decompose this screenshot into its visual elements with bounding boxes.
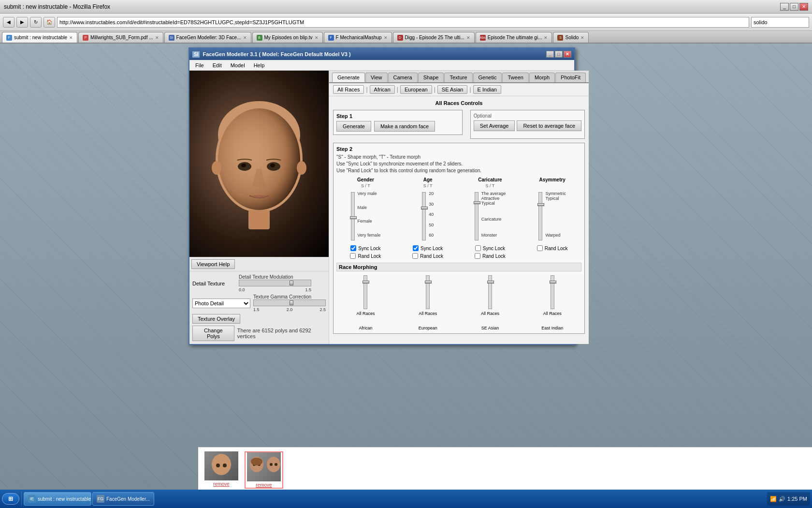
gamma-slider-thumb[interactable] [290, 300, 293, 305]
remove-link-2[interactable]: remove [256, 482, 272, 488]
detail-texture-row: Detail Texture Detail Texture Modulation… [192, 274, 326, 292]
race-morph-slider-0[interactable] [363, 275, 367, 309]
tab-7[interactable]: S Solido ✕ [553, 32, 589, 43]
home-button[interactable]: 🏠 [44, 17, 55, 28]
asymmetry-slider-track[interactable] [538, 192, 542, 240]
search-input[interactable] [751, 17, 809, 28]
race-tab-e-indian[interactable]: E Indian [473, 85, 501, 94]
remove-link-1[interactable]: remove [213, 481, 229, 487]
caricature-column: Caricature S / T The averageAttractiveTy… [461, 177, 520, 259]
race-tab-se-asian[interactable]: SE Asian [437, 85, 468, 94]
race-morph-thumb-1[interactable] [425, 281, 432, 284]
address-bar[interactable] [57, 17, 749, 28]
tab-close-7[interactable]: ✕ [580, 35, 584, 40]
tab-close-5[interactable]: ✕ [466, 35, 470, 40]
svg-point-19 [275, 463, 277, 466]
reset-average-button[interactable]: Reset to average face [517, 120, 581, 131]
race-tab-european[interactable]: European [400, 85, 432, 94]
minimize-button[interactable]: _ [780, 3, 789, 11]
facegen-right-panel: Generate View Camera Shape Texture Genet… [329, 71, 589, 344]
caricature-rand-lock-checkbox[interactable] [475, 253, 480, 259]
tab-close-6[interactable]: ✕ [544, 35, 548, 40]
tab-camera[interactable]: Camera [388, 73, 418, 82]
forward-button[interactable]: ▶ [16, 17, 28, 28]
close-button[interactable]: ✕ [799, 3, 808, 11]
menu-edit[interactable]: Edit [209, 61, 226, 69]
gamma-slider[interactable] [253, 299, 326, 306]
caricature-slider-track[interactable] [475, 192, 478, 240]
detail-texture-slider-thumb[interactable] [290, 281, 293, 285]
back-button[interactable]: ◀ [3, 17, 14, 28]
tab-morph[interactable]: Morph [529, 73, 555, 82]
facegen-window: SI FaceGen Modeller 3.1 ( Model: FaceGen… [188, 47, 575, 345]
menu-model[interactable]: Model [227, 61, 249, 69]
tab-generate[interactable]: Generate [332, 73, 365, 82]
menu-help[interactable]: Help [250, 61, 269, 69]
step2-info1: "S" - Shape morph, "T" - Texture morph [336, 154, 420, 160]
tab-6[interactable]: Abs Episode The ultimate gi... ✕ [476, 32, 552, 43]
asymmetry-slider-thumb[interactable] [537, 203, 544, 206]
reload-button[interactable]: ↻ [30, 17, 42, 28]
race-morph-slider-1[interactable] [426, 275, 430, 309]
race-morph-slider-2[interactable] [488, 275, 492, 309]
gender-rand-lock-checkbox[interactable] [350, 253, 356, 259]
caricature-sync-lock-checkbox[interactable] [475, 245, 481, 251]
age-slider-track[interactable] [422, 192, 426, 240]
facegen-maximize[interactable]: □ [555, 51, 563, 58]
viewport-help-button[interactable]: Viewport Help [191, 259, 235, 269]
texture-overlay-button[interactable]: Texture Overlay [192, 314, 240, 324]
age-slider-thumb[interactable] [421, 207, 428, 209]
race-sep-2: | [397, 86, 398, 93]
random-face-button[interactable]: Make a random face [374, 121, 435, 132]
race-tab-all[interactable]: All Races [333, 85, 364, 94]
detail-texture-select[interactable]: Photo Detail [192, 299, 250, 308]
facegen-minimize[interactable]: _ [546, 51, 554, 58]
maximize-button[interactable]: □ [790, 3, 798, 11]
race-morph-slider-3[interactable] [551, 275, 554, 309]
taskbar-item-1[interactable]: FG FaceGen Modeller... [92, 492, 154, 506]
tab-texture[interactable]: Texture [444, 73, 472, 82]
sliders-area: Gender S / T Very male Male F [336, 177, 581, 259]
tab-close-0[interactable]: ✕ [69, 35, 73, 40]
tab-close-3[interactable]: ✕ [315, 35, 319, 40]
detail-texture-select-row: Photo Detail Texture Gamma Correction 1.… [192, 294, 326, 312]
tab-1[interactable]: P Millwrights_SUB_Form.pdf ... ✕ [78, 32, 163, 43]
race-morph-thumb-3[interactable] [550, 281, 556, 284]
tab-5[interactable]: D Digg - Episode 25 The ulti... ✕ [393, 32, 475, 43]
age-subtitle: S / T [423, 183, 433, 188]
generate-button[interactable]: Generate [336, 121, 371, 132]
tab-genetic[interactable]: Genetic [473, 73, 502, 82]
browser-toolbar: ◀ ▶ ↻ 🏠 [0, 14, 812, 31]
set-average-button[interactable]: Set Average [474, 120, 515, 131]
tab-close-2[interactable]: ✕ [243, 35, 247, 40]
tab-0[interactable]: F submit : new instructable ✕ [2, 32, 77, 43]
tab-close-1[interactable]: ✕ [155, 35, 159, 40]
caricature-slider-thumb[interactable] [474, 201, 480, 204]
asymmetry-rand-lock-checkbox[interactable] [537, 245, 543, 251]
step1-area: Step 1 Generate Make a random face Optio… [333, 110, 585, 139]
gender-sync-lock-checkbox[interactable] [350, 245, 356, 251]
age-sync-lock-checkbox[interactable] [413, 245, 419, 251]
tab-2[interactable]: SI FaceGen Modeller: 3D Face... ✕ [164, 32, 251, 43]
gender-slider-track[interactable] [351, 192, 355, 240]
tab-shape[interactable]: Shape [418, 73, 444, 82]
race-morph-thumb-2[interactable] [487, 281, 494, 284]
facegen-close[interactable]: ✕ [564, 51, 571, 58]
tab-view[interactable]: View [365, 73, 388, 82]
race-tab-african[interactable]: African [370, 85, 395, 94]
age-rand-lock-checkbox[interactable] [412, 253, 418, 259]
gender-slider-thumb[interactable] [350, 216, 357, 219]
optional-box: Optional Set Average Reset to average fa… [470, 110, 585, 139]
tab-tween[interactable]: Tween [502, 73, 528, 82]
detail-texture-slider[interactable] [239, 280, 311, 286]
tab-3[interactable]: B My Episodes on blip.tv ✕ [252, 32, 323, 43]
tab-close-4[interactable]: ✕ [384, 35, 388, 40]
change-polys-button[interactable]: Change Polys [192, 326, 234, 341]
taskbar-item-0[interactable]: IE submit : new instructable [24, 492, 91, 506]
race-morph-thumb-0[interactable] [362, 281, 369, 284]
start-button[interactable]: ⊞ [2, 493, 19, 505]
menu-file[interactable]: File [191, 61, 208, 69]
tab-4[interactable]: F F MechanicalMashup ✕ [324, 32, 392, 43]
tab-photofit[interactable]: PhotoFit [555, 73, 586, 82]
svg-point-7 [212, 161, 221, 175]
